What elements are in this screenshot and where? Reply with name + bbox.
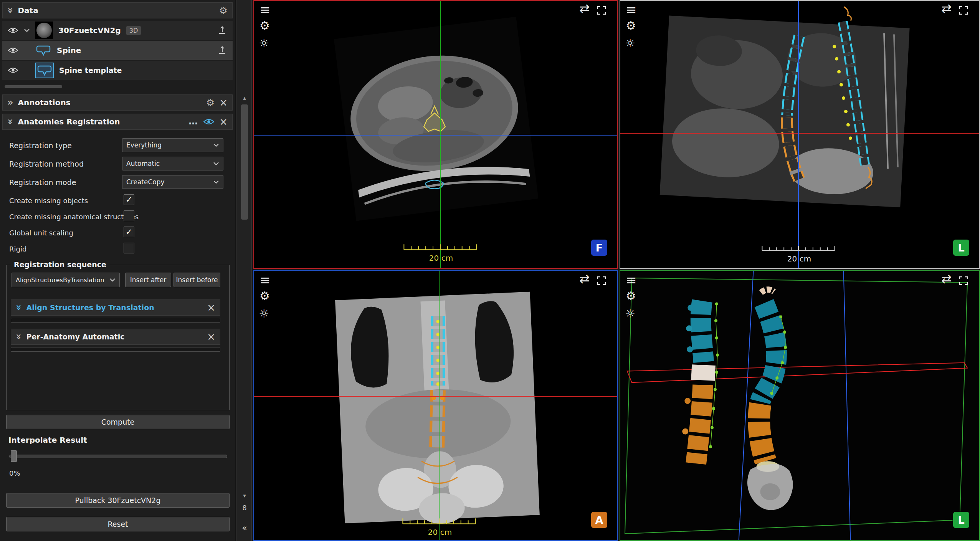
global-unit-scaling-checkbox[interactable]: ✓ — [124, 227, 134, 237]
eye-icon[interactable] — [8, 47, 18, 54]
gear-icon[interactable]: ⚙ — [626, 290, 636, 302]
brightness-icon[interactable]: ☼ — [259, 38, 269, 49]
step-align-structures-header[interactable]: » Align Structures by Translation × — [11, 299, 220, 316]
menu-icon[interactable]: ≡ — [626, 273, 637, 286]
brightness-icon[interactable]: ☼ — [625, 308, 635, 319]
step-title: Align Structures by Translation — [26, 303, 154, 312]
annotations-panel-header[interactable]: » Annotations ⚙ × — [2, 94, 233, 111]
visibility-eye-icon[interactable] — [203, 118, 215, 126]
ruler-label: 20 cm — [410, 253, 472, 263]
interpolate-slider-handle[interactable] — [11, 450, 17, 462]
registration-method-label: Registration method — [9, 160, 84, 168]
threed-view-canvas[interactable] — [620, 271, 979, 540]
spine-icon — [35, 44, 51, 56]
menu-icon[interactable]: ≡ — [626, 3, 637, 16]
fullscreen-icon[interactable] — [959, 276, 968, 286]
spine-template-icon-box — [35, 63, 54, 78]
close-icon[interactable]: × — [219, 98, 228, 108]
collapse-chevron-icon[interactable]: » — [6, 7, 15, 13]
more-options-icon[interactable]: … — [188, 120, 198, 124]
sequence-step-dropdown[interactable]: AlignStructuresByTranslation — [12, 273, 120, 287]
gear-icon[interactable]: ⚙ — [259, 290, 270, 302]
collapse-chevron-icon[interactable]: » — [7, 98, 13, 107]
swap-views-icon[interactable]: ⇄ — [941, 273, 952, 285]
collapse-chevron-icon[interactable]: » — [14, 334, 23, 340]
step-title: Per-Anatomy Automatic — [26, 333, 125, 341]
axial-view-canvas[interactable] — [254, 1, 617, 268]
registration-type-dropdown[interactable]: Everything — [122, 138, 223, 152]
eye-icon[interactable] — [8, 67, 18, 74]
scrollbar-thumb[interactable] — [241, 104, 248, 220]
gear-icon[interactable]: ⚙ — [219, 6, 228, 15]
rigid-checkbox[interactable] — [124, 243, 134, 253]
swap-views-icon[interactable]: ⇄ — [579, 273, 590, 285]
collapse-sidebar-button[interactable]: « — [237, 523, 252, 533]
anatomies-registration-title: Anatomies Registration — [18, 117, 120, 126]
tree-row-spine[interactable]: Spine — [2, 41, 233, 60]
create-missing-objects-checkbox[interactable]: ✓ — [124, 194, 134, 205]
transform-icon[interactable] — [217, 45, 227, 55]
sidebar-scrollbar: ▴ ▾ 8 « — [236, 0, 252, 541]
step-progressbar — [11, 347, 220, 352]
insert-before-button[interactable]: Insert before — [174, 273, 220, 287]
sidebar: » Data ⚙ 30FzuetcVN2g 3D Spine — [0, 0, 235, 541]
ruler-label: 20 cm — [768, 254, 830, 263]
chevron-down-icon — [213, 180, 219, 184]
menu-icon[interactable]: ≡ — [259, 3, 271, 16]
viewport-axial: ≡ ⚙ ☼ ⇄ 20 cm F — [253, 0, 618, 269]
insert-after-button[interactable]: Insert after — [125, 273, 171, 287]
anatomies-registration-header[interactable]: » Anatomies Registration … × — [2, 114, 233, 130]
fullscreen-icon[interactable] — [597, 5, 607, 15]
volume-3d-badge: 3D — [126, 26, 141, 35]
create-missing-structures-checkbox[interactable] — [124, 210, 134, 221]
gear-icon[interactable]: ⚙ — [259, 20, 270, 31]
scroll-down-icon[interactable]: ▾ — [237, 492, 252, 499]
swap-views-icon[interactable]: ⇄ — [941, 2, 952, 15]
registration-sequence-title: Registration sequence — [11, 260, 109, 269]
brightness-icon[interactable]: ☼ — [259, 308, 269, 319]
fullscreen-icon[interactable] — [959, 5, 968, 15]
tree-row-spine-template[interactable]: Spine template — [2, 61, 233, 80]
spine-icon — [36, 64, 53, 76]
interpolate-result-title: Interpolate Result — [8, 435, 87, 445]
collapse-chevron-icon[interactable]: » — [14, 304, 23, 311]
fullscreen-icon[interactable] — [597, 276, 607, 286]
horizontal-scrollbar[interactable] — [5, 85, 62, 88]
app-window: » Data ⚙ 30FzuetcVN2g 3D Spine — [0, 0, 980, 541]
menu-icon[interactable]: ≡ — [259, 273, 271, 286]
gear-icon[interactable]: ⚙ — [626, 20, 636, 31]
tree-row-volume[interactable]: 30FzuetcVN2g 3D — [2, 21, 233, 40]
global-unit-scaling-label: Global unit scaling — [9, 229, 73, 237]
step-per-anatomy-header[interactable]: » Per-Anatomy Automatic × — [11, 329, 220, 345]
interpolate-slider-track[interactable] — [9, 455, 227, 458]
close-icon[interactable]: × — [207, 303, 215, 313]
expand-chevron-icon[interactable] — [24, 28, 30, 32]
chevron-down-icon — [109, 278, 116, 282]
close-icon[interactable]: × — [207, 332, 215, 342]
spine-label: Spine — [57, 46, 81, 55]
close-icon[interactable]: × — [219, 117, 228, 127]
registration-mode-label: Registration mode — [9, 178, 76, 187]
pullback-button[interactable]: Pullback 30FzuetcVN2g — [6, 493, 230, 508]
scroll-up-icon[interactable]: ▴ — [237, 94, 252, 101]
spine-template-label: Spine template — [59, 66, 122, 74]
step-progressbar — [11, 318, 220, 323]
coronal-view-canvas[interactable] — [254, 271, 617, 540]
reset-button[interactable]: Reset — [6, 517, 230, 531]
brightness-icon[interactable]: ☼ — [625, 38, 635, 49]
eye-icon[interactable] — [8, 27, 18, 34]
collapse-chevron-icon[interactable]: » — [6, 119, 15, 125]
data-panel-header[interactable]: » Data ⚙ — [2, 2, 233, 18]
orientation-badge: L — [953, 512, 969, 528]
transform-icon[interactable] — [217, 25, 227, 35]
chevron-down-icon — [213, 162, 219, 165]
sagittal-view-canvas[interactable] — [620, 1, 979, 268]
gear-icon[interactable]: ⚙ — [206, 98, 215, 108]
ruler-label: 20 cm — [409, 528, 471, 537]
registration-mode-dropdown[interactable]: CreateCopy — [122, 175, 223, 189]
swap-views-icon[interactable]: ⇄ — [579, 2, 590, 15]
page-indicator: 8 — [237, 504, 252, 512]
registration-method-dropdown[interactable]: Automatic — [122, 157, 223, 170]
chevron-down-icon — [213, 143, 219, 147]
compute-button[interactable]: Compute — [6, 415, 230, 429]
